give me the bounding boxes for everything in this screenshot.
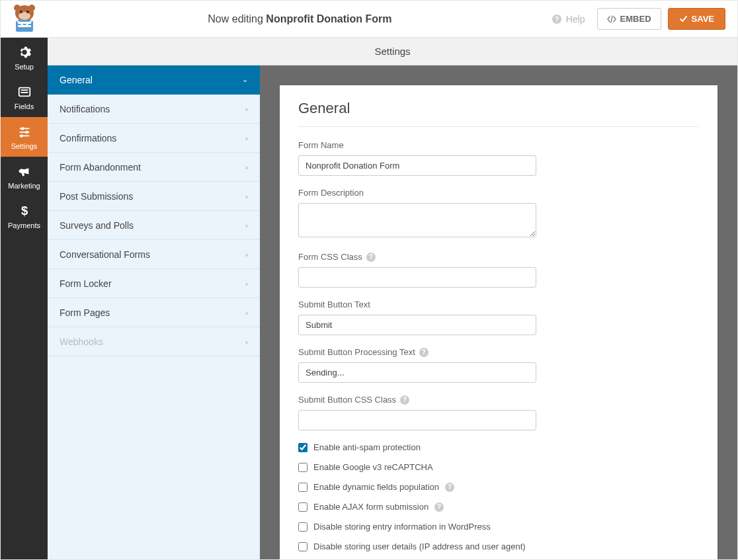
- css-class-input[interactable]: [298, 267, 536, 288]
- now-editing-label: Now editing: [208, 13, 263, 24]
- embed-label: EMBED: [620, 14, 651, 24]
- cb-antispam-label: Enable anti-spam protection: [313, 442, 421, 452]
- sidebar-item-label: Conversational Forms: [60, 249, 150, 260]
- form-desc-textarea[interactable]: [298, 203, 536, 237]
- nav-payments[interactable]: $ Payments: [1, 196, 48, 236]
- sidebar-item-label: Confirmations: [60, 133, 116, 143]
- sidebar-item-notifications[interactable]: Notifications›: [48, 95, 260, 124]
- chevron-right-icon: ›: [245, 280, 248, 288]
- nav-setup[interactable]: Setup: [1, 38, 48, 77]
- dollar-icon: $: [17, 204, 32, 218]
- nav-fields[interactable]: Fields: [1, 77, 48, 117]
- cb-ajax[interactable]: [298, 502, 308, 512]
- cb-recaptcha[interactable]: [298, 463, 308, 472]
- embed-button[interactable]: EMBED: [597, 8, 661, 30]
- nav-settings[interactable]: Settings: [1, 117, 48, 157]
- nav-payments-label: Payments: [8, 221, 40, 229]
- cb-antispam-row: Enable anti-spam protection: [298, 442, 699, 452]
- sidebar-item-label: Form Abandonment: [60, 162, 141, 173]
- save-button[interactable]: SAVE: [668, 8, 725, 30]
- cb-disable-user-label: Disable storing user details (IP address…: [313, 541, 526, 551]
- cb-disable-entry-row: Disable storing entry information in Wor…: [298, 522, 699, 532]
- submit-btn-input[interactable]: [298, 315, 536, 335]
- check-icon: [679, 15, 688, 23]
- chevron-right-icon: ›: [245, 192, 248, 200]
- submit-proc-input[interactable]: [298, 362, 536, 383]
- editing-title: Now editing Nonprofit Donation Form: [48, 13, 552, 25]
- nav-marketing-label: Marketing: [8, 182, 40, 190]
- chevron-right-icon: ›: [245, 163, 248, 171]
- help-icon[interactable]: ?: [445, 483, 454, 492]
- icon-sidebar: Setup Fields Settings Marketing $ Paymen…: [1, 38, 48, 559]
- svg-text:?: ?: [554, 15, 559, 23]
- help-link[interactable]: ? Help: [552, 14, 585, 24]
- sidebar-item-form-locker[interactable]: Form Locker›: [48, 269, 260, 298]
- svg-point-15: [20, 127, 24, 130]
- svg-point-3: [19, 12, 30, 20]
- form-name-title: Nonprofit Donation Form: [266, 13, 391, 24]
- cb-disable-entry-label: Disable storing entry information in Wor…: [313, 522, 491, 532]
- chevron-right-icon: ›: [245, 105, 248, 113]
- chevron-right-icon: ›: [245, 338, 248, 346]
- help-icon[interactable]: ?: [366, 253, 376, 262]
- nav-setup-label: Setup: [15, 63, 34, 71]
- svg-point-1: [14, 5, 20, 11]
- chevron-right-icon: ›: [245, 309, 248, 317]
- help-icon[interactable]: ?: [400, 395, 409, 405]
- cb-disable-entry[interactable]: [298, 522, 308, 532]
- code-icon: [607, 15, 616, 24]
- sidebar-item-label: General: [60, 75, 93, 85]
- help-icon[interactable]: ?: [419, 348, 429, 357]
- svg-point-5: [26, 11, 29, 13]
- chevron-down-icon: ⌄: [242, 75, 248, 84]
- sidebar-item-label: Notifications: [60, 104, 110, 114]
- sidebar-item-confirmations[interactable]: Confirmations›: [48, 124, 260, 153]
- sidebar-item-label: Webhooks: [60, 337, 103, 347]
- svg-point-4: [20, 11, 22, 13]
- save-label: SAVE: [692, 14, 714, 24]
- content-header: Settings: [48, 38, 737, 65]
- nav-fields-label: Fields: [15, 102, 34, 110]
- cb-disable-user-row: Disable storing user details (IP address…: [298, 541, 699, 551]
- cb-antispam[interactable]: [298, 443, 308, 452]
- submit-proc-label: Submit Button Processing Text?: [298, 347, 699, 357]
- cb-recaptcha-label: Enable Google v3 reCAPTCHA: [313, 462, 433, 472]
- svg-point-2: [28, 5, 35, 11]
- sidebar-item-label: Form Pages: [60, 307, 110, 318]
- chevron-right-icon: ›: [245, 251, 248, 259]
- help-label: Help: [566, 14, 585, 24]
- sidebar-item-webhooks[interactable]: Webhooks›: [48, 327, 260, 356]
- cb-recaptcha-row: Enable Google v3 reCAPTCHA: [298, 462, 699, 472]
- sidebar-item-surveys-polls[interactable]: Surveys and Polls›: [48, 211, 260, 240]
- megaphone-icon: [17, 164, 32, 179]
- sidebar-item-conversational[interactable]: Conversational Forms›: [48, 240, 260, 269]
- sliders-icon: [17, 124, 32, 139]
- form-name-input[interactable]: [298, 155, 536, 176]
- cb-dynamic-row: Enable dynamic fields population ?: [298, 482, 699, 492]
- cb-dynamic[interactable]: [298, 483, 308, 492]
- svg-text:$: $: [20, 204, 27, 218]
- form-icon: [17, 85, 32, 99]
- cb-disable-user[interactable]: [298, 542, 308, 551]
- cb-dynamic-label: Enable dynamic fields population: [313, 482, 439, 492]
- submit-btn-label: Submit Button Text: [298, 300, 699, 309]
- submit-css-label: Submit Button CSS Class?: [298, 395, 699, 405]
- sidebar-item-general[interactable]: General⌄: [48, 65, 260, 95]
- form-area: General Form Name Form Description Form …: [260, 65, 737, 559]
- sidebar-item-post-submissions[interactable]: Post Submissions›: [48, 182, 260, 211]
- help-icon[interactable]: ?: [434, 502, 444, 512]
- nav-settings-label: Settings: [11, 142, 38, 150]
- sidebar-item-form-pages[interactable]: Form Pages›: [48, 298, 260, 327]
- chevron-right-icon: ›: [245, 134, 248, 142]
- panel-heading: General: [298, 100, 699, 127]
- nav-marketing[interactable]: Marketing: [1, 157, 48, 196]
- form-desc-label: Form Description: [298, 188, 699, 198]
- general-panel: General Form Name Form Description Form …: [280, 85, 718, 559]
- sidebar-item-label: Surveys and Polls: [60, 220, 134, 231]
- settings-sidebar: General⌄ Notifications› Confirmations› F…: [48, 65, 260, 559]
- submit-css-input[interactable]: [298, 410, 536, 430]
- svg-point-19: [20, 134, 23, 138]
- cb-ajax-row: Enable AJAX form submission ?: [298, 502, 699, 512]
- sidebar-item-form-abandonment[interactable]: Form Abandonment›: [48, 153, 260, 182]
- cb-ajax-label: Enable AJAX form submission: [313, 502, 429, 512]
